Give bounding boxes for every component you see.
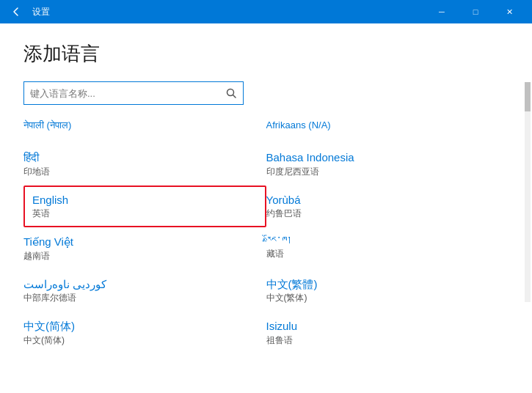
lang-name: Yorùbá xyxy=(266,193,500,207)
list-item[interactable]: كوردیی ناوەراست中部库尔德语 xyxy=(23,270,266,312)
lang-name: 中文(繁體) xyxy=(266,277,500,292)
lang-sub: 祖鲁语 xyxy=(266,334,500,347)
lang-sub: 约鲁巴语 xyxy=(266,207,500,220)
list-item[interactable]: 中文(简体)中文(简体) xyxy=(23,312,266,354)
search-input[interactable] xyxy=(24,85,219,102)
titlebar-controls: ─ □ ✕ xyxy=(425,0,526,23)
lang-name: Bahasa Indonesia xyxy=(266,150,500,165)
list-item[interactable]: Isizulu祖鲁语 xyxy=(266,312,509,354)
close-button[interactable]: ✕ xyxy=(492,0,526,23)
list-item[interactable]: Bahasa Indonesia印度尼西亚语 xyxy=(266,143,509,186)
list-item[interactable]: རྫོང་ཁ།藏语 xyxy=(266,227,509,270)
lang-name: རྫོང་ཁ། xyxy=(266,235,500,247)
lang-name: हिंदी xyxy=(23,150,258,165)
lang-name: 中文(简体) xyxy=(23,319,258,334)
scrollbar-thumb[interactable] xyxy=(525,82,531,111)
search-icon xyxy=(219,81,243,105)
lang-name: Isizulu xyxy=(266,319,500,334)
back-button[interactable] xyxy=(6,1,26,22)
list-item[interactable]: हिंदी印地语 xyxy=(23,143,266,186)
maximize-button[interactable]: □ xyxy=(459,0,492,23)
scrollbar[interactable] xyxy=(525,82,531,302)
list-item[interactable]: Afrikaans (N/A) xyxy=(266,120,509,140)
list-item[interactable]: Yorùbá约鲁巴语 xyxy=(266,186,509,228)
lang-name: नेपाली (नेपाल) xyxy=(23,120,258,132)
language-list: हिंदी印地语Bahasa Indonesia印度尼西亚语English英语Y… xyxy=(23,143,509,354)
lang-sub: 中文(繁体) xyxy=(266,292,500,304)
lang-name: Afrikaans (N/A) xyxy=(266,120,500,132)
list-item[interactable]: नेपाली (नेपाल) xyxy=(23,120,266,140)
lang-sub: 中文(简体) xyxy=(23,334,258,347)
list-item[interactable]: Tiếng Việt越南语 xyxy=(23,227,266,270)
svg-line-1 xyxy=(233,95,236,98)
lang-name: English xyxy=(32,193,258,207)
lang-sub: 藏语 xyxy=(266,248,500,260)
lang-sub: 英语 xyxy=(32,207,258,220)
lang-name: Tiếng Việt xyxy=(23,235,258,249)
list-item[interactable]: English英语 xyxy=(23,186,266,228)
titlebar: 设置 ─ □ ✕ xyxy=(0,0,532,23)
search-box[interactable] xyxy=(23,81,244,105)
main-content: 添加语言 नेपाली (नेपाल) Afrikaans (N/A) हिंद… xyxy=(0,23,532,393)
minimize-button[interactable]: ─ xyxy=(425,0,459,23)
lang-sub: 印地语 xyxy=(23,166,258,178)
lang-sub: 中部库尔德语 xyxy=(23,292,258,304)
lang-name: كوردیی ناوەراست xyxy=(23,277,258,292)
lang-sub: 越南语 xyxy=(23,250,258,262)
partial-language-row: नेपाली (नेपाल) Afrikaans (N/A) xyxy=(23,120,509,140)
page-title: 添加语言 xyxy=(23,41,509,67)
titlebar-title: 设置 xyxy=(26,6,425,18)
list-item[interactable]: 中文(繁體)中文(繁体) xyxy=(266,270,509,312)
lang-sub: 印度尼西亚语 xyxy=(266,166,500,178)
